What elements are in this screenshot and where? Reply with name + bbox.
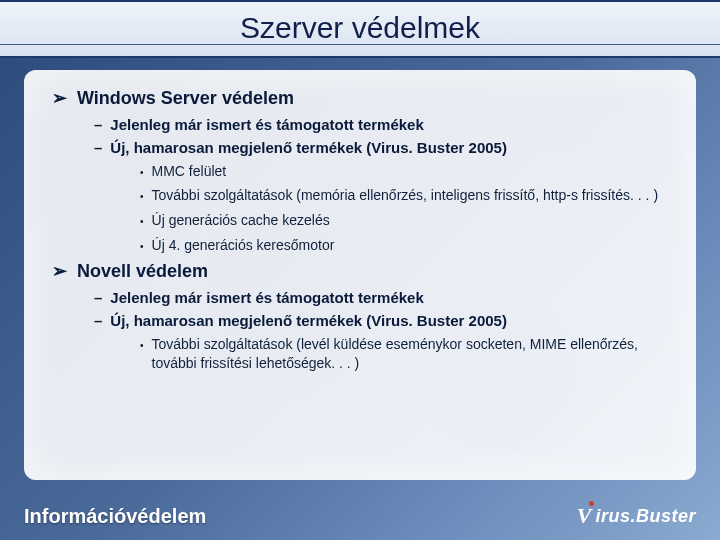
list-item: ➢ Windows Server védelem bbox=[52, 88, 674, 110]
bullet-icon: • bbox=[140, 215, 144, 229]
lvl3-text: További szolgáltatások (memória ellenőrz… bbox=[152, 186, 659, 205]
list-item: • További szolgáltatások (levél küldése … bbox=[140, 335, 674, 373]
list-item: • MMC felület bbox=[140, 162, 674, 181]
title-bar: Szerver védelmek bbox=[0, 0, 720, 58]
footer-title: Információvédelem bbox=[24, 505, 206, 528]
list-item: • Új generációs cache kezelés bbox=[140, 211, 674, 230]
lvl3-text: MMC felület bbox=[152, 162, 227, 181]
divider bbox=[0, 0, 720, 2]
list-item: – Új, hamarosan megjelenő termékek (Viru… bbox=[94, 312, 674, 329]
lvl3-text: További szolgáltatások (levél küldése es… bbox=[152, 335, 674, 373]
logo: Virus.Buster bbox=[577, 503, 696, 529]
bullet-icon: • bbox=[140, 339, 144, 353]
arrow-icon: ➢ bbox=[52, 261, 67, 283]
dash-icon: – bbox=[94, 289, 102, 306]
list-item: • Új 4. generációs keresőmotor bbox=[140, 236, 674, 255]
list-item: ➢ Novell védelem bbox=[52, 261, 674, 283]
logo-text: irus.Buster bbox=[595, 506, 696, 527]
lvl2-text: Új, hamarosan megjelenő termékek (Virus.… bbox=[110, 312, 507, 329]
lvl2-text: Új, hamarosan megjelenő termékek (Virus.… bbox=[110, 139, 507, 156]
dash-icon: – bbox=[94, 312, 102, 329]
list-item: • További szolgáltatások (memória ellenő… bbox=[140, 186, 674, 205]
lvl1-text: Windows Server védelem bbox=[77, 88, 294, 109]
logo-v: V bbox=[577, 503, 592, 529]
list-item: – Új, hamarosan megjelenő termékek (Viru… bbox=[94, 139, 674, 156]
lvl1-text: Novell védelem bbox=[77, 261, 208, 282]
bullet-icon: • bbox=[140, 240, 144, 254]
divider bbox=[0, 44, 720, 45]
lvl3-text: Új generációs cache kezelés bbox=[152, 211, 330, 230]
lvl3-text: Új 4. generációs keresőmotor bbox=[152, 236, 335, 255]
slide-title: Szerver védelmek bbox=[240, 11, 480, 45]
list-item: – Jelenleg már ismert és támogatott term… bbox=[94, 116, 674, 133]
arrow-icon: ➢ bbox=[52, 88, 67, 110]
footer: Információvédelem Virus.Buster bbox=[0, 492, 720, 540]
content-panel: ➢ Windows Server védelem – Jelenleg már … bbox=[24, 70, 696, 480]
dash-icon: – bbox=[94, 139, 102, 156]
list-item: – Jelenleg már ismert és támogatott term… bbox=[94, 289, 674, 306]
dash-icon: – bbox=[94, 116, 102, 133]
lvl2-text: Jelenleg már ismert és támogatott termék… bbox=[110, 289, 423, 306]
lvl2-text: Jelenleg már ismert és támogatott termék… bbox=[110, 116, 423, 133]
slide: Szerver védelmek ➢ Windows Server védele… bbox=[0, 0, 720, 540]
bullet-icon: • bbox=[140, 190, 144, 204]
bullet-icon: • bbox=[140, 166, 144, 180]
